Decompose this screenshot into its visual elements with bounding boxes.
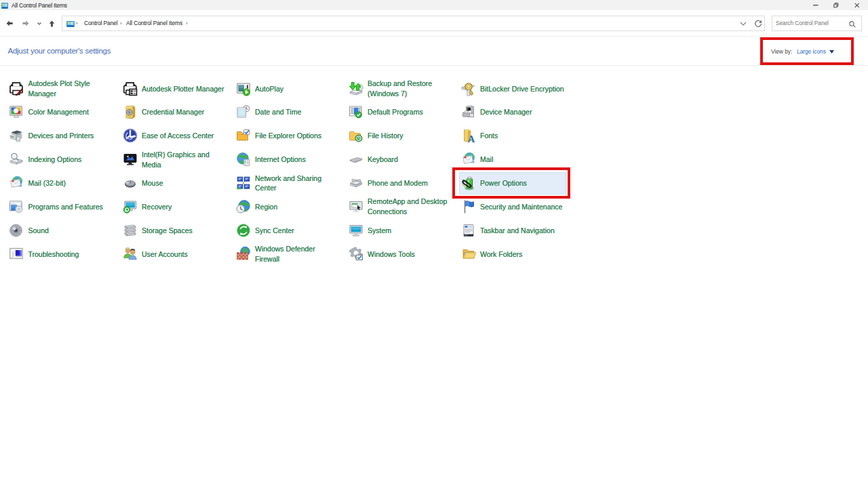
svg-text:A: A — [467, 134, 475, 144]
